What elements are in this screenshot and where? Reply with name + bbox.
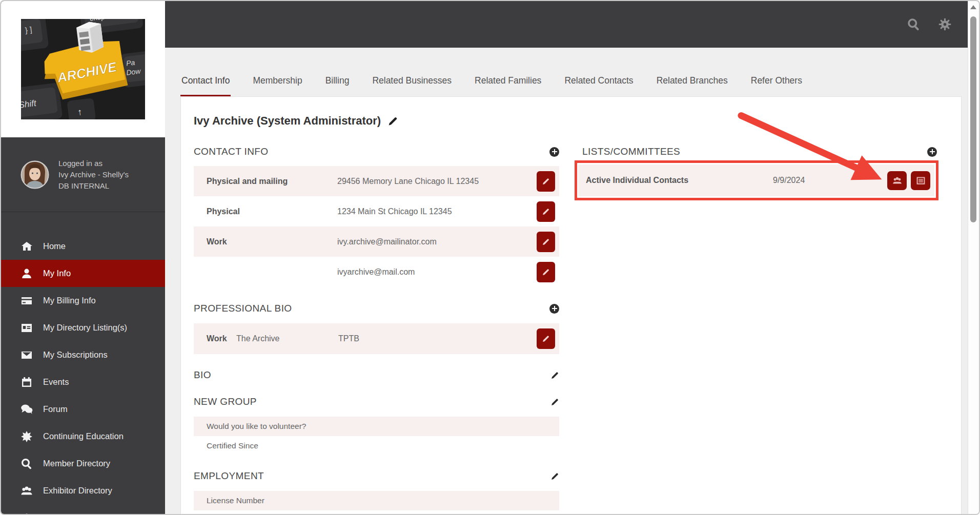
tab-related-contacts[interactable]: Related Contacts: [563, 75, 634, 96]
sidebar-item-label: Forum: [43, 404, 68, 414]
envelope-icon: [21, 349, 33, 361]
list-date: 9/9/2024: [773, 176, 887, 185]
list-icon: [916, 176, 926, 186]
sidebar-item-label: Exhibitor Directory: [43, 486, 112, 496]
sidebar-nav: Home My Info My Billing Info My Director…: [1, 212, 165, 515]
contact-info-rows: Physical and mailing 29456 Memory Lane C…: [194, 166, 559, 287]
pencil-icon: [542, 208, 550, 216]
pencil-icon: [542, 335, 550, 343]
add-list-committee-icon[interactable]: [927, 147, 937, 157]
row-value: ivyarchive@mail.com: [337, 267, 537, 277]
add-professional-bio-icon[interactable]: [549, 304, 559, 314]
comments-icon: [21, 403, 33, 416]
archive-keyboard-image: } ] ckspace Shift Pa Dow ↑ ARC: [21, 19, 145, 119]
new-group-row-certified-since: Certified Since: [194, 436, 559, 456]
contact-card: Ivy Archive (System Administrator) CONTA…: [180, 96, 962, 515]
row-label: Would you like to volunteer?: [194, 422, 306, 431]
sidebar-item-label: My Directory Listing(s): [43, 323, 127, 333]
tab-related-businesses[interactable]: Related Businesses: [371, 75, 453, 96]
sidebar-item-member-directory[interactable]: Member Directory: [1, 450, 165, 477]
view-list-details-button[interactable]: [911, 171, 930, 190]
row-title: TPTB: [338, 334, 537, 343]
scrollbar-thumb[interactable]: [970, 16, 976, 222]
row-value: 29456 Memory Lane Chicago IL 12345: [337, 177, 537, 186]
new-group-rows: Would you like to volunteer? Certified S…: [194, 417, 559, 456]
sidebar-item-my-billing-info[interactable]: My Billing Info: [1, 287, 165, 314]
section-title: NEW GROUP: [194, 396, 257, 407]
section-title: BIO: [194, 369, 211, 381]
sidebar-item-home[interactable]: Home: [1, 233, 165, 260]
sidebar-item-my-directory-listings[interactable]: My Directory Listing(s): [1, 314, 165, 341]
tab-related-families[interactable]: Related Families: [474, 75, 542, 96]
contact-row-physical-mailing: Physical and mailing 29456 Memory Lane C…: [194, 166, 559, 196]
row-label: Work: [194, 334, 236, 343]
contact-row-work-email: Work ivy.archive@mailinator.com: [194, 226, 559, 257]
user-icon: [21, 267, 33, 280]
edit-email-button[interactable]: [537, 232, 555, 252]
top-bar: [165, 1, 970, 48]
tab-billing[interactable]: Billing: [324, 75, 351, 96]
professional-bio-row: Work The Archive TPTB: [194, 323, 559, 354]
add-contact-info-icon[interactable]: [549, 147, 559, 157]
contact-row-email: ivyarchive@mail.com: [194, 257, 559, 287]
sidebar-item-label: Continuing Education: [43, 431, 124, 441]
app-window: } ] ckspace Shift Pa Dow ↑ ARC: [0, 0, 980, 515]
list-name: Active Individual Contacts: [578, 176, 773, 185]
tab-contact-info[interactable]: Contact Info: [180, 75, 231, 96]
tab-bar: Contact Info Membership Billing Related …: [180, 48, 803, 96]
sidebar-item-events[interactable]: Events: [1, 368, 165, 396]
pencil-icon: [542, 268, 550, 276]
section-header-bio: BIO: [194, 369, 559, 381]
tab-membership[interactable]: Membership: [252, 75, 303, 96]
edit-address-button[interactable]: [537, 201, 555, 222]
sidebar-item-label: My Subscriptions: [43, 350, 108, 360]
scrollbar-up-arrow-icon[interactable]: [970, 5, 976, 9]
certificate-icon: [21, 430, 33, 443]
pencil-icon: [542, 177, 550, 186]
logged-in-line2: Ivy Archive - Shelly's: [58, 169, 129, 180]
avatar: [21, 160, 49, 189]
sidebar-item-label: Home: [43, 241, 66, 251]
contact-row-physical: Physical 1234 Main St Chicago IL 12345: [194, 196, 559, 226]
sidebar-item-affiliate-directory[interactable]: Affiliate Directory: [1, 504, 165, 515]
sidebar-item-label: Events: [43, 377, 69, 387]
employment-rows: License Number: [194, 491, 559, 510]
row-label: Physical: [194, 207, 337, 216]
page-background: Contact Info Membership Billing Related …: [165, 48, 968, 514]
tab-refer-others[interactable]: Refer Others: [750, 75, 803, 96]
section-header-professional-bio: PROFESSIONAL BIO: [194, 303, 559, 314]
users-icon: [892, 176, 902, 186]
edit-employment-pencil-icon[interactable]: [550, 472, 559, 481]
edit-address-button[interactable]: [537, 171, 555, 192]
edit-email-button[interactable]: [537, 262, 555, 282]
logged-in-line3: DB INTERNAL: [58, 180, 129, 192]
search-icon: [21, 458, 33, 470]
sidebar-item-label: My Billing Info: [43, 296, 96, 305]
search-icon[interactable]: [907, 17, 921, 31]
section-title: LISTS/COMMITTEES: [582, 146, 680, 157]
sidebar-item-continuing-education[interactable]: Continuing Education: [1, 423, 165, 450]
sidebar-item-exhibitor-directory[interactable]: Exhibitor Directory: [1, 477, 165, 504]
pencil-icon: [542, 238, 550, 246]
edit-new-group-pencil-icon[interactable]: [550, 398, 559, 406]
sidebar-item-my-subscriptions[interactable]: My Subscriptions: [1, 341, 165, 368]
view-list-contacts-button[interactable]: [887, 171, 907, 190]
page-scrollbar[interactable]: [968, 1, 979, 514]
tab-related-branches[interactable]: Related Branches: [656, 75, 729, 96]
row-value: 1234 Main St Chicago IL 12345: [337, 207, 537, 216]
section-title: EMPLOYMENT: [194, 470, 264, 482]
sidebar-item-forum[interactable]: Forum: [1, 396, 165, 423]
sidebar-item-my-info[interactable]: My Info: [1, 260, 165, 287]
sidebar: } ] ckspace Shift Pa Dow ↑ ARC: [1, 1, 165, 514]
edit-name-pencil-icon[interactable]: [387, 116, 398, 127]
row-label: Certified Since: [194, 441, 258, 450]
users-icon: [21, 485, 33, 497]
section-header-employment: EMPLOYMENT: [194, 470, 559, 482]
home-icon: [21, 240, 33, 253]
edit-professional-bio-button[interactable]: [537, 328, 555, 349]
gear-icon[interactable]: [938, 17, 952, 31]
key-bracket: } ]: [25, 25, 32, 35]
edit-bio-pencil-icon[interactable]: [550, 371, 559, 380]
title-row: Ivy Archive (System Administrator): [194, 114, 398, 128]
section-title: PROFESSIONAL BIO: [194, 303, 292, 314]
